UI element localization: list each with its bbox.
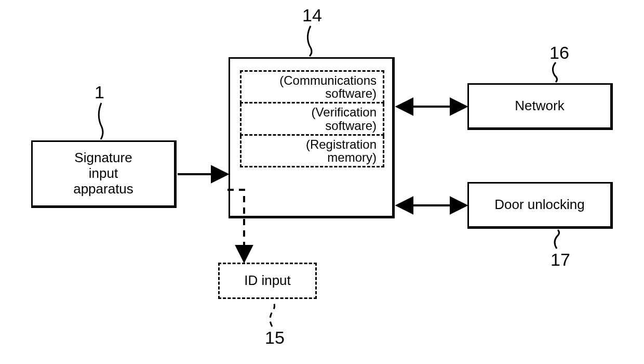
block-label: Door unlocking	[494, 197, 584, 213]
block-network: Network	[467, 83, 613, 130]
block-label: ID input	[244, 273, 291, 289]
leader-17	[555, 230, 559, 249]
leader-1	[99, 103, 103, 139]
block-id-input: ID input	[218, 263, 317, 299]
ref-label-17: 17	[551, 250, 570, 270]
diagram-canvas: 14 1 16 17 15 Signature input apparatus …	[0, 0, 644, 364]
leader-15	[270, 301, 275, 327]
ref-label-16: 16	[549, 43, 569, 63]
central-item-label: (Verification software)	[248, 106, 377, 132]
block-door-unlocking: Door unlocking	[467, 182, 613, 229]
block-signature-input-apparatus: Signature input apparatus	[31, 140, 177, 208]
leader-16	[553, 62, 557, 82]
central-item-registration: (Registration memory)	[240, 136, 384, 167]
block-label: Signature input apparatus	[73, 150, 133, 197]
leader-14	[307, 26, 312, 56]
central-item-verification: (Verification software)	[240, 103, 384, 135]
ref-label-14: 14	[302, 5, 322, 25]
ref-label-1: 1	[95, 82, 104, 102]
central-item-label: (Registration memory)	[248, 138, 377, 164]
central-item-label: (Communications software)	[248, 74, 377, 100]
block-label: Network	[515, 98, 564, 114]
central-item-communications: (Communications software)	[240, 70, 384, 103]
central-inner-stack: (Communications software) (Verification …	[240, 70, 384, 167]
ref-label-15: 15	[265, 328, 285, 348]
